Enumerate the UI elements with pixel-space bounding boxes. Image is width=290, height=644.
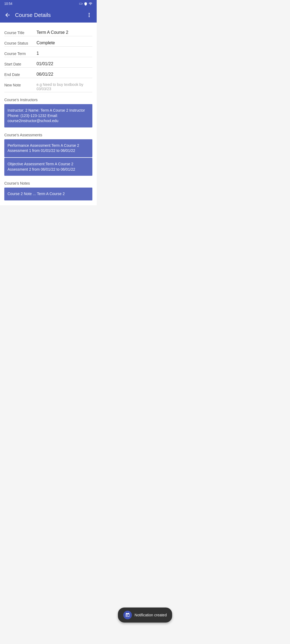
note-item-0[interactable]: Course 2 Note ... Term A Course 2 — [4, 188, 92, 200]
course-status-label: Course Status — [4, 41, 37, 45]
end-date-value: 06/01/22 — [37, 72, 92, 77]
status-icons — [79, 2, 92, 6]
course-status-value: Complete — [37, 41, 92, 45]
course-title-value: Term A Course 2 — [37, 30, 92, 35]
assessments-section-header: Course's Assessments — [4, 133, 92, 137]
assessment-item-1[interactable]: Objective Assessment:Term A Course 2 Ass… — [4, 158, 92, 176]
notes-section-header: Course's Notes — [4, 181, 92, 185]
content-area: Course Title Term A Course 2 Course Stat… — [0, 23, 97, 205]
start-date-row: Start Date 01/01/22 — [4, 58, 92, 68]
end-date-row: End Date 06/01/22 — [4, 69, 92, 78]
course-status-row: Course Status Complete — [4, 37, 92, 47]
instructor-item-0[interactable]: Instructor: 2 Name: Term A Course 2 Inst… — [4, 104, 92, 127]
more-options-button[interactable] — [84, 10, 95, 20]
status-time: 10:54 — [4, 2, 12, 6]
start-date-label: Start Date — [4, 61, 37, 66]
course-term-value: 1 — [37, 51, 92, 56]
new-note-label: New Note — [4, 82, 37, 87]
svg-rect-2 — [79, 3, 82, 5]
svg-rect-1 — [82, 3, 82, 4]
signal-icon — [89, 2, 92, 6]
more-icon — [86, 12, 92, 18]
new-note-value[interactable]: e.g Need to buy textbook by 03/03/23 — [37, 82, 92, 91]
page-title: Course Details — [15, 12, 82, 18]
course-term-row: Course Term 1 — [4, 48, 92, 57]
end-date-label: End Date — [4, 72, 37, 77]
battery-icon — [79, 2, 83, 6]
back-button[interactable] — [2, 10, 13, 20]
instructors-section-header: Course's Instructors — [4, 98, 92, 102]
course-term-label: Course Term — [4, 51, 37, 56]
app-bar: Course Details — [0, 8, 97, 23]
course-title-label: Course Title — [4, 30, 37, 35]
new-note-row: New Note e.g Need to buy textbook by 03/… — [4, 79, 92, 92]
shield-icon — [84, 2, 88, 6]
back-icon — [4, 12, 11, 18]
status-bar: 10:54 — [0, 0, 97, 8]
course-title-row: Course Title Term A Course 2 — [4, 27, 92, 36]
start-date-value: 01/01/22 — [37, 61, 92, 66]
assessment-item-0[interactable]: Performance Assessment:Term A Course 2 A… — [4, 139, 92, 157]
